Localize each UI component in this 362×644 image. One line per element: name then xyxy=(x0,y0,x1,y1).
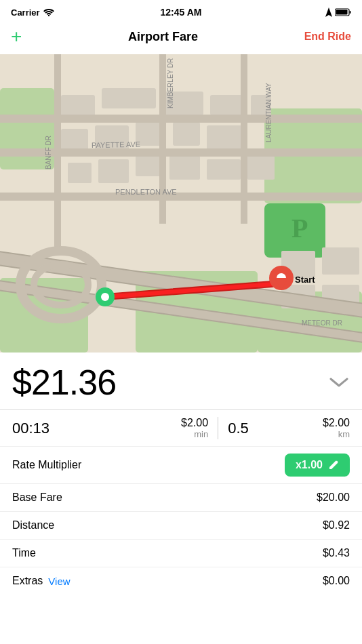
rate-distance-group: $2.00 min 0.5 $2.00 km xyxy=(147,417,350,439)
status-bar: Carrier 12:45 AM xyxy=(0,0,362,22)
svg-rect-30 xyxy=(322,247,359,275)
end-ride-button[interactable]: End Ride xyxy=(304,31,351,43)
bottom-panel: $21.36 00:13 $2.00 min 0.5 $2.00 km xyxy=(0,353,362,595)
rate-multiplier-badge[interactable]: x1.00 xyxy=(285,454,350,477)
location-icon xyxy=(325,7,332,17)
distance-row: Distance $0.92 xyxy=(0,511,362,539)
extras-label: Extras View xyxy=(12,575,71,587)
distance-fare-value: $0.92 xyxy=(323,519,350,531)
svg-rect-20 xyxy=(173,122,200,146)
battery-icon xyxy=(335,8,351,16)
nav-bar: + Airport Fare End Ride xyxy=(0,22,362,54)
rate-multiplier-value: x1.00 xyxy=(296,459,323,471)
chevron-down-button[interactable] xyxy=(328,371,350,393)
carrier-text: Carrier xyxy=(11,7,40,18)
rate-per-km-value: $2.00 xyxy=(289,417,350,429)
rate-per-min-label: min xyxy=(147,429,208,439)
time-label: Time xyxy=(12,547,36,559)
time-value: 00:13 xyxy=(12,420,147,437)
status-right xyxy=(325,7,351,17)
time-row: Time $0.43 xyxy=(0,539,362,567)
distance-value: 0.5 xyxy=(228,420,249,437)
svg-rect-4 xyxy=(336,10,348,15)
distance-stat: 0.5 xyxy=(218,420,289,437)
svg-text:METEOR DR: METEOR DR xyxy=(302,319,342,327)
svg-rect-14 xyxy=(102,88,156,108)
fare-amount: $21.36 xyxy=(12,362,116,403)
rate-per-min: $2.00 min xyxy=(147,417,218,439)
svg-text:Start: Start xyxy=(295,275,315,285)
svg-rect-26 xyxy=(169,156,200,180)
rate-per-km: $2.00 km xyxy=(289,417,350,439)
page-title: Airport Fare xyxy=(128,30,198,44)
extras-fare-value: $0.00 xyxy=(323,575,350,587)
svg-rect-25 xyxy=(136,156,163,176)
extras-row: Extras View $0.00 xyxy=(0,567,362,595)
svg-text:LAURENTIAN WAY: LAURENTIAN WAY xyxy=(265,83,273,142)
add-button[interactable]: + xyxy=(11,27,22,46)
map-view[interactable]: P xyxy=(0,54,362,353)
time-stat: 00:13 xyxy=(12,420,147,437)
status-time: 12:45 AM xyxy=(161,7,202,18)
fare-row: $21.36 xyxy=(0,353,362,409)
svg-rect-16 xyxy=(210,95,244,115)
base-fare-label: Base Fare xyxy=(12,491,62,504)
time-fare-value: $0.43 xyxy=(323,547,350,559)
svg-point-58 xyxy=(101,293,109,301)
svg-point-0 xyxy=(47,15,49,16)
svg-rect-28 xyxy=(247,156,275,180)
rate-per-km-label: km xyxy=(289,429,350,439)
base-fare-value: $20.00 xyxy=(317,491,350,504)
svg-text:BANFF DR: BANFF DR xyxy=(45,136,52,169)
extras-view-link[interactable]: View xyxy=(48,576,70,587)
rate-per-min-value: $2.00 xyxy=(147,417,208,429)
base-fare-row: Base Fare $20.00 xyxy=(0,483,362,511)
wifi-icon xyxy=(43,8,54,16)
svg-text:KIMBERLEY DR: KIMBERLEY DR xyxy=(167,58,174,108)
svg-rect-24 xyxy=(98,159,129,183)
svg-text:PAYETTE AVE: PAYETTE AVE xyxy=(92,140,140,149)
svg-text:PENDLETON AVE: PENDLETON AVE xyxy=(115,188,177,196)
svg-text:P: P xyxy=(291,213,308,243)
rate-multiplier-label: Rate Multiplier xyxy=(12,459,81,471)
svg-marker-1 xyxy=(325,7,332,17)
stats-row: 00:13 $2.00 min 0.5 $2.00 km xyxy=(0,410,362,446)
distance-label: Distance xyxy=(12,519,54,531)
svg-rect-3 xyxy=(350,11,351,14)
svg-rect-23 xyxy=(68,163,92,183)
edit-pencil-icon xyxy=(328,460,339,470)
svg-rect-27 xyxy=(207,159,241,180)
rate-multiplier-row: Rate Multiplier x1.00 xyxy=(0,446,362,483)
carrier-label: Carrier xyxy=(11,7,54,18)
